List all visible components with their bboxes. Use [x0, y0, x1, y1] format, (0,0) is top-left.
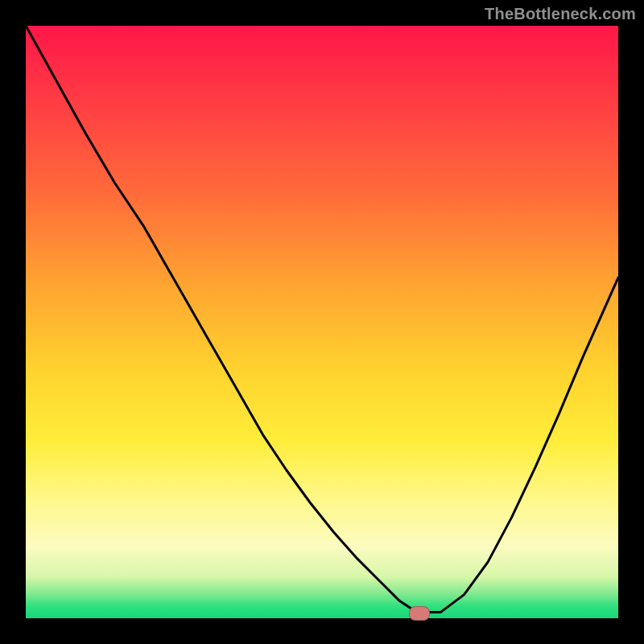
- chart-frame: TheBottleneck.com: [0, 0, 644, 644]
- bottleneck-curve: [26, 26, 618, 618]
- plot-area: [26, 26, 618, 618]
- watermark-text: TheBottleneck.com: [485, 5, 636, 23]
- minimum-marker: [409, 606, 430, 621]
